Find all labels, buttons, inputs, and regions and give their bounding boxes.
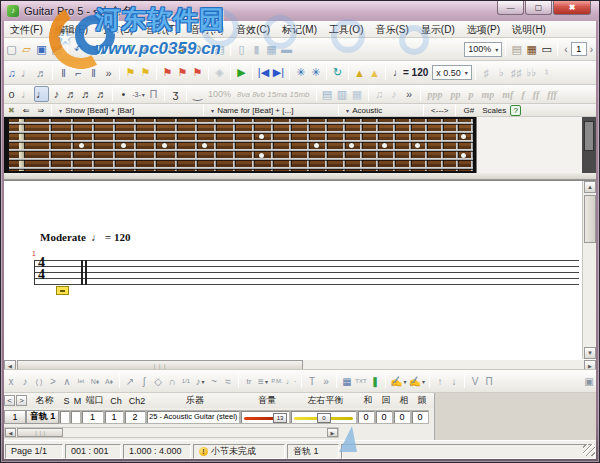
right-hand-fingering-icon[interactable]: ✍ [408, 373, 427, 389]
channel2-cell[interactable]: 2 [124, 410, 146, 424]
dynamic-button-3[interactable]: mp [478, 89, 499, 100]
open-repeat-icon[interactable]: ‖ [56, 65, 71, 81]
play-icon[interactable]: ▶ [234, 65, 249, 81]
fit-width-icon[interactable]: ▬ [279, 41, 294, 57]
playback-speed-select[interactable]: x 0.50 [432, 65, 472, 80]
zoom-select[interactable]: 100% [464, 42, 502, 57]
key-button[interactable]: G# [459, 106, 478, 115]
menu-item-0[interactable]: 文件(F) [4, 21, 49, 38]
menu-item-3[interactable]: 音轨(T) [139, 21, 184, 38]
scroll-down-icon[interactable]: ▼ [584, 347, 596, 359]
insert-bar-icon[interactable]: ✚ [123, 41, 138, 57]
natural-harmonic-icon[interactable]: N♦ [88, 373, 102, 389]
chorus-cell[interactable]: 0 [357, 410, 375, 424]
pan-thumb[interactable]: 0 [317, 413, 331, 423]
chord-diagram-icon[interactable]: ▦ [340, 373, 354, 389]
half-note-icon[interactable]: ♩ [19, 86, 34, 102]
artificial-harmonic-icon[interactable]: A♦ [102, 373, 116, 389]
more-chevron-icon[interactable]: » [319, 373, 333, 389]
scroll-up-icon[interactable]: ▲ [584, 181, 596, 193]
go-last-bar-icon[interactable]: ▶| [271, 65, 286, 81]
range-button[interactable]: <---> [427, 106, 452, 115]
scrollbar-thumb[interactable]: ❘❘❘ [17, 428, 63, 437]
menu-item-6[interactable]: 标记(M) [276, 21, 323, 38]
track-horizontal-scrollbar[interactable]: ◀ ❘❘❘ ▶ [4, 427, 339, 438]
instrument-cell[interactable]: 25 - Acoustic Guitar (steel) [146, 410, 240, 424]
track-name-button[interactable]: 音轨 1 [26, 410, 59, 424]
scroll-left-icon[interactable]: ◀ [5, 428, 16, 437]
guitar-string[interactable] [9, 167, 473, 169]
thirty-second-note-icon[interactable]: ♬ [79, 86, 94, 102]
undo-icon[interactable]: ↶ [71, 41, 86, 57]
text-note-icon[interactable]: TXT [354, 373, 368, 389]
dynamic-button-4[interactable]: mf [498, 89, 517, 100]
guitar-string[interactable] [9, 140, 473, 142]
redo-icon[interactable]: ↷ [86, 41, 101, 57]
page-number-field[interactable]: 1 [571, 42, 587, 56]
resize-grip[interactable] [583, 444, 595, 456]
more-chevron-icon[interactable]: » [402, 86, 417, 102]
prev-marker-icon[interactable]: ⚑ [175, 65, 190, 81]
whole-note-icon[interactable]: o [4, 86, 19, 102]
next-page-button[interactable]: › [587, 44, 596, 55]
dynamic-button-6[interactable]: ff [529, 89, 543, 100]
vibrato-icon[interactable]: ~ [207, 373, 221, 389]
score-view-icon[interactable]: ▤ [509, 41, 524, 57]
guitar-string[interactable] [9, 122, 473, 124]
line-break-icon[interactable]: ▮ [249, 41, 264, 57]
pan-slider[interactable]: 0 [290, 410, 357, 424]
dynamic-button-7[interactable]: fff [543, 89, 561, 100]
grand-staff-icon[interactable]: ▦ [350, 86, 365, 102]
dynamic-button-1[interactable]: pp [447, 89, 465, 100]
rse-play-icon[interactable]: ✳ [293, 65, 308, 81]
transpose-natural-icon[interactable]: ♮ [539, 65, 554, 81]
title-bar[interactable]: ♪ Guitar Pro 5 - <未命名> — ▢ ✖ [1, 1, 599, 21]
eraser-icon[interactable]: ✱ [175, 41, 190, 57]
rest-icon[interactable]: ʒ [168, 86, 183, 102]
tapping-icon[interactable]: T [305, 373, 319, 389]
edit-cursor[interactable] [56, 286, 69, 295]
splitter-handle[interactable] [4, 173, 596, 180]
more-chevron-icon[interactable]: » [101, 65, 116, 81]
score-horizontal-scrollbar[interactable]: ◀ ❘❘❘ ▶ [4, 359, 596, 370]
rse-settings-icon[interactable]: ✳ [308, 65, 323, 81]
palm-mute-icon[interactable]: P.M. [270, 373, 284, 389]
channel-cell[interactable]: 1 [104, 410, 124, 424]
menu-item-4[interactable]: 音符(N) [184, 21, 230, 38]
delete-bar-icon[interactable]: ✖ [138, 41, 153, 57]
tempo-display[interactable]: ♩= 120 [389, 67, 432, 78]
panel-icon[interactable]: ▣ [582, 373, 596, 389]
tuplet-icon[interactable]: -3- [131, 86, 146, 102]
score-area[interactable]: Moderate ♩ = 120 1 44 ▲ ▼ [4, 180, 596, 359]
instrument-sound-select[interactable]: Acoustic [342, 105, 420, 116]
marker-list-icon[interactable]: ⚑ [138, 65, 153, 81]
mute-toggle[interactable] [70, 410, 81, 424]
help-icon[interactable]: ? [510, 105, 521, 116]
fretboard-scrollbar[interactable] [582, 117, 596, 173]
reverb-cell[interactable]: 0 [375, 410, 393, 424]
volume-slider[interactable]: 13 [240, 410, 290, 424]
dynamic-button-0[interactable]: ppp [424, 89, 447, 100]
next-track-button[interactable]: > [16, 395, 27, 406]
shift-up-icon[interactable]: ↑ [433, 373, 447, 389]
scrollbar-thumb[interactable]: ❘❘❘ [17, 360, 303, 370]
dynamic-button-2[interactable]: p [465, 89, 478, 100]
close-repeat-icon[interactable]: ‖ [86, 65, 101, 81]
tremolo-bar-icon[interactable]: ◇ [151, 373, 165, 389]
solo-toggle[interactable] [59, 410, 70, 424]
heavy-accent-icon[interactable]: ∧ [60, 373, 74, 389]
first-marker-icon[interactable]: ⚑ [160, 65, 175, 81]
scroll-left-icon[interactable]: ◀ [4, 360, 16, 370]
gear-icon[interactable]: ⚙ [190, 41, 205, 57]
downstroke-icon[interactable]: Π [482, 373, 496, 389]
octave-buttons-label[interactable]: 8va 8vb 15ma 15mb [234, 90, 313, 99]
open-file-icon[interactable]: ▱ [19, 41, 34, 57]
marker-color-icon[interactable]: ❚ [368, 373, 382, 389]
shift-right-icon[interactable]: ⇒ [33, 106, 48, 115]
sixty-fourth-note-icon[interactable]: ♬ [94, 86, 109, 102]
volume-thumb[interactable]: 13 [273, 413, 287, 423]
ghost-note-icon[interactable]: ( ) [32, 373, 46, 389]
fit-height-icon[interactable]: ▦ [264, 41, 279, 57]
port-cell[interactable]: 1 [81, 410, 104, 424]
mix-table-view-icon[interactable]: ▦ [524, 41, 539, 57]
